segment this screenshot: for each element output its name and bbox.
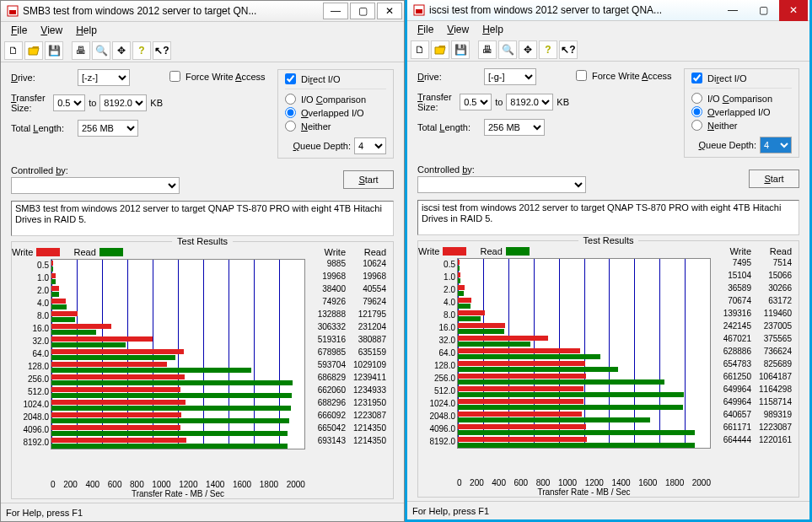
yaxis-tick: 4096.0 xyxy=(429,422,455,435)
context-help-icon[interactable]: ↖? xyxy=(559,40,578,59)
force-write-checkbox[interactable] xyxy=(576,70,587,81)
description-textarea[interactable] xyxy=(11,201,394,236)
menu-help[interactable]: Help xyxy=(69,23,104,38)
data-row: 74957514 xyxy=(711,258,793,271)
bar-write xyxy=(458,310,485,315)
maximize-button[interactable]: ▢ xyxy=(350,3,375,19)
legend-read-swatch xyxy=(99,248,123,256)
total-length-select[interactable]: 256 MB xyxy=(78,120,138,137)
direct-io-checkbox[interactable] xyxy=(691,73,702,83)
overlapped-io-radio[interactable] xyxy=(691,106,702,117)
help-icon[interactable]: ? xyxy=(132,41,151,60)
help-icon[interactable]: ? xyxy=(539,40,557,59)
data-read: 1214350 xyxy=(346,423,386,436)
overlapped-io-radio[interactable] xyxy=(285,107,296,118)
transfer-to-select[interactable]: 8192.0 xyxy=(99,94,147,111)
bar-write xyxy=(458,298,471,303)
close-button[interactable]: ✕ xyxy=(377,3,402,19)
queue-depth-select[interactable]: 4 xyxy=(354,137,386,154)
data-row: 132888121795 xyxy=(305,309,388,322)
data-write: 665042 xyxy=(305,423,346,436)
data-write: 661171 xyxy=(711,422,751,435)
yaxis-tick: 1.0 xyxy=(37,272,49,284)
titlebar[interactable]: SMB3 test from windows 2012 server to ta… xyxy=(1,1,404,22)
close-button[interactable]: ✕ xyxy=(779,0,808,21)
total-length-select[interactable]: 256 MB xyxy=(484,119,545,136)
new-icon[interactable]: 🗋 xyxy=(411,40,429,59)
xaxis-tick: 1000 xyxy=(558,478,577,487)
app-icon xyxy=(6,4,19,18)
neither-radio[interactable] xyxy=(691,120,702,131)
xaxis-label: Transfer Rate - MB / Sec xyxy=(51,489,305,498)
start-button[interactable]: Start xyxy=(343,170,394,189)
data-row: 6612501064187 xyxy=(711,372,793,385)
save-icon[interactable]: 💾 xyxy=(45,41,63,60)
bar-read xyxy=(458,443,695,448)
legend-read-label: Read xyxy=(480,246,502,256)
menu-file[interactable]: File xyxy=(4,23,34,38)
bar-read xyxy=(458,342,530,347)
status-bar: For Help, press F1 xyxy=(1,503,404,521)
menu-file[interactable]: File xyxy=(411,22,440,37)
drive-select[interactable]: [-g-] xyxy=(484,68,536,85)
bar-write xyxy=(458,348,580,353)
move-icon[interactable]: ✥ xyxy=(112,41,131,60)
bar-write xyxy=(51,311,78,316)
open-icon[interactable] xyxy=(24,41,43,60)
data-write: 519316 xyxy=(305,335,346,347)
io-comparison-label: I/O Comparison xyxy=(301,94,366,105)
io-comparison-radio[interactable] xyxy=(691,93,702,104)
move-icon[interactable]: ✥ xyxy=(519,40,537,59)
io-comparison-radio[interactable] xyxy=(285,94,296,105)
controlled-by-row: Controlled by: Start xyxy=(1,162,404,197)
preview-icon[interactable]: 🔍 xyxy=(498,40,517,59)
neither-radio[interactable] xyxy=(285,121,296,132)
open-icon[interactable] xyxy=(431,40,449,59)
data-head-write: Write xyxy=(305,247,346,257)
titlebar[interactable]: iscsi test from windows 2012 server to t… xyxy=(407,0,809,21)
menu-view[interactable]: View xyxy=(34,23,69,38)
xaxis-ticks: 0200400600800100012001400160018002000 xyxy=(51,478,305,489)
xaxis-tick: 800 xyxy=(536,478,551,487)
controlled-by-select[interactable] xyxy=(11,177,180,194)
description-textarea[interactable] xyxy=(417,200,799,235)
xaxis-ticks: 0200400600800100012001400160018002000 xyxy=(457,476,711,487)
force-write-label: Force Write Access xyxy=(186,72,266,82)
drive-label: Drive: xyxy=(417,72,481,82)
data-row: 1510415066 xyxy=(711,271,793,283)
data-read: 10624 xyxy=(346,259,386,272)
data-columns: 7495751415104150663658930266706746317213… xyxy=(711,258,793,476)
save-icon[interactable]: 💾 xyxy=(451,40,470,59)
direct-io-checkbox[interactable] xyxy=(285,73,296,84)
data-write: 19968 xyxy=(305,272,346,284)
bar-write xyxy=(51,299,66,304)
transfer-from-select[interactable]: 0.5 xyxy=(53,94,85,111)
transfer-to-select[interactable]: 8192.0 xyxy=(506,94,553,110)
controlled-by-select[interactable] xyxy=(417,176,586,193)
data-row: 6931431214350 xyxy=(305,436,388,449)
queue-depth-select[interactable]: 4 xyxy=(760,137,792,153)
data-row: 628886736624 xyxy=(711,347,793,359)
data-write: 649964 xyxy=(711,385,751,397)
window-title: iscsi test from windows 2012 server to t… xyxy=(429,4,717,16)
drive-select[interactable]: [-z-] xyxy=(78,69,130,86)
minimize-button[interactable]: — xyxy=(323,3,348,19)
minimize-button[interactable]: — xyxy=(718,0,747,21)
context-help-icon[interactable]: ↖? xyxy=(153,41,171,60)
new-icon[interactable]: 🗋 xyxy=(4,41,23,60)
print-icon[interactable]: 🖶 xyxy=(72,41,90,60)
legend-write-swatch xyxy=(36,248,60,256)
force-write-checkbox[interactable] xyxy=(169,71,180,82)
start-button[interactable]: Start xyxy=(749,170,799,188)
preview-icon[interactable]: 🔍 xyxy=(92,41,110,60)
maximize-button[interactable]: ▢ xyxy=(749,0,777,21)
bar-write xyxy=(458,323,505,328)
total-length-label: Total Length: xyxy=(11,123,74,133)
data-write: 70674 xyxy=(711,296,751,309)
print-icon[interactable]: 🖶 xyxy=(478,40,497,59)
menu-view[interactable]: View xyxy=(440,22,476,37)
xaxis-tick: 1600 xyxy=(233,480,251,489)
menu-help[interactable]: Help xyxy=(476,22,510,37)
transfer-from-select[interactable]: 0.5 xyxy=(460,94,492,110)
yaxis-tick: 128.0 xyxy=(434,359,455,372)
